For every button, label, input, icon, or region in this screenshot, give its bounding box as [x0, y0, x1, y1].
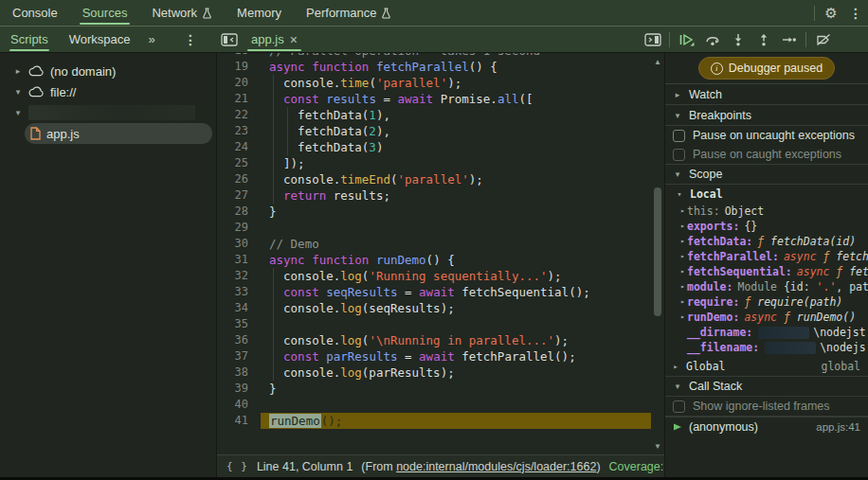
section-watch[interactable]: ▸ Watch: [665, 84, 868, 105]
line-number[interactable]: 21: [217, 91, 261, 107]
section-call-stack[interactable]: ▾ Call Stack: [665, 376, 868, 397]
chevron-right-icon[interactable]: ▸: [678, 234, 687, 249]
navigator-toggle-icon[interactable]: [216, 27, 242, 52]
code-line-text[interactable]: fetchData(3): [261, 139, 651, 155]
chevron-down-icon[interactable]: ▾: [13, 108, 23, 117]
navtab-workspace[interactable]: Workspace: [59, 27, 141, 52]
checkbox[interactable]: [673, 149, 685, 161]
chevron-down-icon[interactable]: ▾: [673, 382, 682, 391]
scope-item-fetchParallel[interactable]: ▸fetchParallel:async ƒ fetchParallel(): [665, 249, 868, 264]
tab-performance[interactable]: Performance: [294, 0, 404, 26]
navtab-scripts[interactable]: Scripts: [0, 27, 59, 52]
scroll-up-icon[interactable]: ▲: [651, 55, 664, 68]
code-line-text[interactable]: console.time('parallel');: [261, 75, 651, 91]
line-number[interactable]: 28: [217, 204, 261, 220]
line-number[interactable]: 29: [217, 220, 261, 236]
line-number[interactable]: 27: [217, 187, 261, 204]
breakpoint-option[interactable]: Pause on caught exceptions: [665, 145, 868, 164]
chevron-down-icon[interactable]: ▾: [13, 87, 23, 97]
source-editor[interactable]: 18// Parallel operation - takes 1 second…: [216, 53, 665, 477]
editor-scrollbar[interactable]: ▲ ▼: [651, 53, 664, 454]
line-number[interactable]: 35: [217, 316, 261, 332]
chevron-right-icon[interactable]: ▸: [678, 310, 687, 325]
line-number[interactable]: 41: [217, 413, 261, 429]
tab-network[interactable]: Network: [139, 0, 225, 26]
more-tabs-button[interactable]: »: [141, 32, 163, 46]
code-line-text[interactable]: }: [261, 204, 651, 220]
debugger-panel-toggle-icon[interactable]: [640, 27, 665, 52]
code-line-text[interactable]: }: [261, 381, 651, 397]
code-line-text[interactable]: [261, 397, 651, 413]
code-line-text[interactable]: console.log('Running sequentially...');: [261, 268, 651, 284]
chevron-right-icon[interactable]: ▸: [13, 66, 23, 76]
line-number[interactable]: 38: [217, 364, 261, 381]
code-line-text[interactable]: console.log('\nRunning in parallel...');: [261, 332, 651, 348]
chevron-right-icon[interactable]: ▸: [678, 294, 687, 310]
line-number[interactable]: 37: [217, 348, 261, 364]
scope-item-require[interactable]: ▸require:ƒ require(path): [665, 294, 868, 310]
chevron-right-icon[interactable]: ▸: [671, 362, 680, 371]
chevron-right-icon[interactable]: ▸: [673, 90, 682, 99]
line-number[interactable]: 20: [217, 75, 261, 91]
line-number[interactable]: 32: [217, 268, 261, 284]
chevron-right-icon[interactable]: ▸: [678, 279, 687, 294]
scope-item-__filename[interactable]: __filename:\nodejs: [665, 340, 868, 355]
line-number[interactable]: 26: [217, 171, 261, 187]
scope-item-runDemo[interactable]: ▸runDemo:async ƒ runDemo(): [665, 310, 868, 325]
tree-item-folder-redacted[interactable]: ▾: [0, 102, 216, 123]
line-number[interactable]: 19: [217, 59, 261, 75]
code-line-text[interactable]: [261, 220, 651, 236]
navigator-menu-icon[interactable]: ⋮: [178, 27, 203, 52]
chevron-right-icon[interactable]: ▸: [678, 249, 687, 264]
line-number[interactable]: 30: [217, 236, 261, 252]
code-line-text[interactable]: ]);: [261, 155, 651, 171]
step-out-button[interactable]: [750, 27, 776, 52]
code-line-text[interactable]: return results;: [261, 187, 651, 204]
tab-memory[interactable]: Memory: [225, 0, 294, 26]
scope-item-module[interactable]: ▸module:Module {id: '.', path: [665, 279, 868, 294]
line-number[interactable]: 33: [217, 284, 261, 300]
scrollbar-thumb[interactable]: [654, 187, 661, 316]
tree-item-appjs[interactable]: app.js: [25, 123, 212, 144]
checkbox[interactable]: [673, 400, 685, 413]
tab-app-js[interactable]: app.js ×: [242, 27, 307, 52]
step-button[interactable]: [776, 27, 802, 52]
scroll-down-icon[interactable]: ▼: [651, 439, 664, 453]
code-line-text[interactable]: console.log(parResults);: [261, 364, 651, 381]
tree-item-nodomain[interactable]: ▸(no domain): [0, 61, 216, 81]
scope-global-row[interactable]: ▸ Global global: [665, 357, 868, 376]
step-over-button[interactable]: [699, 27, 725, 52]
scope-item-exports[interactable]: ▸exports:{}: [665, 219, 868, 234]
section-scope[interactable]: ▾ Scope: [665, 164, 868, 185]
checkbox[interactable]: [673, 130, 685, 142]
line-number[interactable]: 36: [217, 332, 261, 348]
section-breakpoints[interactable]: ▾ Breakpoints: [665, 105, 868, 126]
code-line-text[interactable]: async function runDemo() {: [261, 252, 651, 268]
settings-gear-icon[interactable]: ⚙: [819, 0, 843, 26]
step-into-button[interactable]: [725, 27, 750, 52]
scope-item-fetchSequential[interactable]: ▸fetchSequential:async ƒ fetchSequential…: [665, 264, 868, 279]
scope-item-this[interactable]: ▸this:Object: [665, 204, 868, 219]
line-number[interactable]: 31: [217, 252, 261, 268]
chevron-down-icon[interactable]: ▾: [675, 189, 684, 199]
code-line-text[interactable]: const seqResults = await fetchSequential…: [261, 284, 651, 300]
code-line-text[interactable]: const results = await Promise.all([: [261, 91, 651, 107]
line-number[interactable]: 25: [217, 155, 261, 171]
ignore-listed-toggle[interactable]: Show ignore-listed frames: [665, 397, 868, 417]
scope-item-fetchData[interactable]: ▸fetchData:ƒ fetchData(id): [665, 234, 868, 249]
code-line-text[interactable]: [261, 316, 651, 332]
code-line-text[interactable]: // Demo: [261, 236, 651, 252]
line-number[interactable]: 34: [217, 300, 261, 316]
line-number[interactable]: 40: [217, 397, 261, 413]
tab-console[interactable]: Console: [0, 0, 70, 26]
tab-sources[interactable]: Sources: [70, 0, 140, 26]
deactivate-breakpoints-icon[interactable]: [810, 27, 836, 52]
code-line-text[interactable]: const parResults = await fetchParallel()…: [261, 348, 651, 364]
close-icon[interactable]: ×: [290, 32, 298, 47]
breakpoint-option[interactable]: Pause on uncaught exceptions: [665, 126, 868, 145]
line-number[interactable]: 39: [217, 381, 261, 397]
pretty-print-button[interactable]: { }: [226, 460, 248, 472]
code-line-text[interactable]: runDemo();: [261, 413, 651, 429]
resume-script-button[interactable]: [674, 27, 699, 52]
chevron-down-icon[interactable]: ▾: [673, 169, 682, 179]
